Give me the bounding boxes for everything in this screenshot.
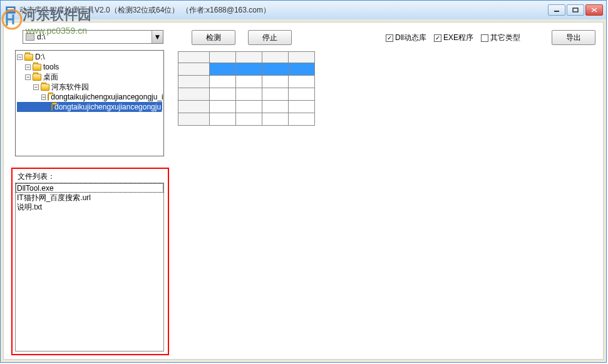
- list-item[interactable]: IT猫扑网_百度搜索.url: [16, 193, 163, 202]
- grid-header-cell[interactable]: [210, 52, 236, 63]
- grid-cell-selected[interactable]: [262, 63, 289, 76]
- grid-row-header[interactable]: [178, 113, 210, 126]
- collapse-icon[interactable]: −: [25, 74, 31, 80]
- grid-header-cell[interactable]: [289, 52, 315, 63]
- grid-header-cell[interactable]: [262, 52, 289, 63]
- grid-cell[interactable]: [236, 88, 262, 101]
- grid-row-header[interactable]: [178, 76, 210, 88]
- window-title: 动态库及程度检测工具V2.0（检测32位或64位） （作者:x1688@163.…: [19, 5, 548, 16]
- list-item[interactable]: 说明.txt: [16, 202, 163, 211]
- window-controls: [548, 4, 603, 16]
- app-icon: [6, 5, 16, 15]
- stop-button[interactable]: 停止: [248, 30, 292, 45]
- grid-cell[interactable]: [236, 113, 262, 126]
- list-item[interactable]: DllTool.exe: [16, 183, 163, 193]
- titlebar: 动态库及程度检测工具V2.0（检测32位或64位） （作者:x1688@163.…: [1, 1, 606, 19]
- grid-cell-selected[interactable]: [210, 63, 236, 76]
- tree-item[interactable]: − tools: [17, 62, 162, 72]
- collapse-icon[interactable]: −: [41, 94, 46, 100]
- minimize-button[interactable]: [548, 4, 565, 16]
- export-button[interactable]: 导出: [552, 30, 595, 45]
- grid-header-row: [178, 52, 315, 63]
- grid-cell[interactable]: [236, 101, 262, 113]
- svg-rect-3: [573, 8, 578, 12]
- top-toolbar: d:\ ▼ 检测 停止 ✓ Dll动态库 ✓ EXE程序: [4, 30, 603, 49]
- grid-cell[interactable]: [210, 101, 236, 113]
- folder-open-icon: [51, 104, 53, 111]
- folder-open-icon: [48, 94, 49, 101]
- dll-checkbox[interactable]: ✓ Dll动态库: [386, 33, 426, 43]
- tree-item[interactable]: − dongtaikujichengxujiancegongju_itmop.c: [17, 92, 162, 102]
- grid-row-header[interactable]: [178, 101, 210, 113]
- folder-open-icon: [24, 54, 33, 61]
- chevron-down-icon: ▼: [152, 31, 163, 43]
- app-window: 动态库及程度检测工具V2.0（检测32位或64位） （作者:x1688@163.…: [0, 0, 607, 363]
- tree-item[interactable]: − D:\: [17, 52, 162, 62]
- grid-cell-selected[interactable]: [236, 63, 262, 76]
- tree-item-selected[interactable]: dongtaikujichengxujiancegongju_itmop.: [17, 102, 162, 112]
- checkbox-icon: ✓: [386, 34, 393, 42]
- grid-row-header[interactable]: [178, 88, 210, 101]
- grid-row[interactable]: [178, 63, 315, 76]
- maximize-button[interactable]: [567, 4, 584, 16]
- inner-panel: d:\ ▼ 检测 停止 ✓ Dll动态库 ✓ EXE程序: [3, 22, 604, 360]
- grid-cell[interactable]: [262, 101, 289, 113]
- checkbox-icon: ✓: [434, 34, 441, 42]
- drive-icon: [26, 33, 34, 41]
- drive-value: d:\: [37, 33, 45, 41]
- detect-button[interactable]: 检测: [192, 30, 235, 45]
- grid-cell[interactable]: [236, 76, 262, 88]
- grid-row[interactable]: [178, 76, 315, 88]
- tree-item[interactable]: − 河东软件园: [17, 82, 162, 92]
- filter-checkboxes: ✓ Dll动态库 ✓ EXE程序 其它类型: [386, 33, 520, 43]
- grid-row-header[interactable]: [178, 63, 210, 76]
- grid-cell[interactable]: [262, 76, 289, 88]
- grid-cell[interactable]: [289, 113, 315, 126]
- result-grid[interactable]: [178, 51, 315, 126]
- exe-checkbox[interactable]: ✓ EXE程序: [434, 33, 473, 43]
- svg-rect-1: [8, 8, 14, 9]
- grid-cell[interactable]: [262, 113, 289, 126]
- grid-row[interactable]: [178, 88, 315, 101]
- folder-tree[interactable]: − D:\ − tools − 桌面 − 河东软件园: [15, 50, 164, 156]
- grid-cell-selected[interactable]: [289, 63, 315, 76]
- filelist-label: 文件列表：: [18, 171, 55, 182]
- grid-cell[interactable]: [210, 113, 236, 126]
- folder-open-icon: [33, 74, 41, 81]
- drive-dropdown[interactable]: d:\ ▼: [23, 30, 163, 44]
- tree-item[interactable]: − 桌面: [17, 72, 162, 82]
- collapse-icon[interactable]: −: [25, 64, 31, 70]
- grid-row[interactable]: [178, 113, 315, 126]
- folder-open-icon: [41, 84, 49, 91]
- client-area: d:\ ▼ 检测 停止 ✓ Dll动态库 ✓ EXE程序: [1, 19, 606, 362]
- grid-corner: [178, 52, 210, 63]
- checkbox-icon: [481, 34, 488, 42]
- file-list[interactable]: DllTool.exe IT猫扑网_百度搜索.url 说明.txt: [15, 183, 164, 351]
- grid-cell[interactable]: [289, 88, 315, 101]
- grid-cell[interactable]: [289, 76, 315, 88]
- grid-row[interactable]: [178, 101, 315, 113]
- grid-cell[interactable]: [262, 88, 289, 101]
- svg-rect-0: [6, 7, 15, 13]
- collapse-icon[interactable]: −: [17, 54, 23, 60]
- close-button[interactable]: [585, 4, 603, 16]
- grid-cell[interactable]: [210, 88, 236, 101]
- grid-header-cell[interactable]: [236, 52, 262, 63]
- other-checkbox[interactable]: 其它类型: [481, 33, 520, 43]
- collapse-icon[interactable]: −: [33, 84, 39, 90]
- grid-cell[interactable]: [210, 76, 236, 88]
- grid-cell[interactable]: [289, 101, 315, 113]
- folder-open-icon: [33, 64, 41, 71]
